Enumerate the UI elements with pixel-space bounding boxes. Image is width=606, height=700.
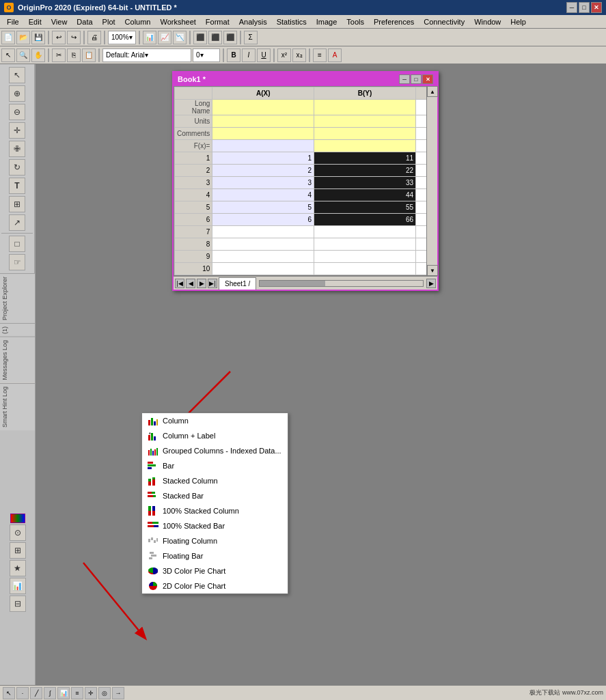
superscript-button[interactable]: x² <box>277 48 291 62</box>
cell-b2[interactable]: 22 <box>314 165 416 177</box>
long-name-a[interactable] <box>212 100 314 115</box>
zoom-in-tool[interactable]: 🔍 <box>16 48 30 62</box>
cell-a3[interactable]: 3 <box>212 177 314 189</box>
color-button[interactable]: A <box>328 48 342 62</box>
arrow-select-icon[interactable]: ↖ <box>9 67 25 83</box>
color-wheel-icon[interactable]: ⊙ <box>10 524 26 541</box>
col-b-header[interactable]: B(Y) <box>314 87 416 100</box>
long-name-b[interactable] <box>314 100 416 115</box>
menu-plot[interactable]: Plot <box>98 16 120 27</box>
menu-file[interactable]: File <box>3 16 23 27</box>
units-b[interactable] <box>314 115 416 128</box>
rect-tool-icon[interactable]: □ <box>9 236 25 252</box>
menu-item-100-stacked-column[interactable]: 100% Stacked Column <box>142 503 288 518</box>
fx-b[interactable] <box>314 140 416 152</box>
zoom-magnify-icon[interactable]: ⊕ <box>9 85 25 102</box>
zoom-out-icon[interactable]: ⊖ <box>9 104 25 120</box>
italic-button[interactable]: I <box>242 48 256 62</box>
menu-worksheet[interactable]: Worksheet <box>156 16 199 27</box>
rotate-icon[interactable]: ↻ <box>9 159 25 176</box>
data-small-icon[interactable]: ⊟ <box>10 596 26 612</box>
menu-format[interactable]: Format <box>202 16 234 27</box>
status-arrow-icon[interactable]: ↖ <box>3 687 15 699</box>
cell-b7[interactable] <box>314 226 416 238</box>
cell-b3[interactable]: 33 <box>314 177 416 189</box>
subscript-button[interactable]: x₂ <box>292 48 306 62</box>
scroll-up-button[interactable]: ▲ <box>427 86 438 97</box>
menu-item-2d-pie[interactable]: 2D Color Pie Chart <box>142 578 288 593</box>
status-arrow2-icon[interactable]: → <box>112 687 124 699</box>
project-explorer-label[interactable]: Project Explorer <box>0 273 35 323</box>
fx-a[interactable] <box>212 140 314 152</box>
paste-button[interactable]: 📋 <box>82 48 96 62</box>
cell-a9[interactable] <box>212 251 314 263</box>
hand-tool[interactable]: ✋ <box>31 48 45 62</box>
graph2-button[interactable]: 📈 <box>158 31 171 44</box>
units-a[interactable] <box>212 115 314 128</box>
sheet-last-button[interactable]: ▶| <box>208 279 217 288</box>
menu-preferences[interactable]: Preferences <box>370 16 418 27</box>
sheet-tab-1[interactable]: Sheet1 / <box>219 277 256 290</box>
font-dropdown[interactable]: Default: Arial▾ <box>102 48 191 62</box>
pan-icon[interactable]: ✙ <box>9 141 25 157</box>
status-cross-icon[interactable]: ✛ <box>85 687 97 699</box>
align-left-button[interactable]: ≡ <box>313 48 327 62</box>
cell-a2[interactable]: 2 <box>212 165 314 177</box>
sheet-first-button[interactable]: |◀ <box>175 279 184 288</box>
book-close-button[interactable]: ✕ <box>422 74 433 84</box>
cell-b10[interactable] <box>314 263 416 275</box>
grid-icon[interactable]: ⊞ <box>10 542 26 559</box>
cut-button[interactable]: ✂ <box>52 48 66 62</box>
cell-a1[interactable]: 1 <box>212 152 314 165</box>
print-button[interactable]: 🖨 <box>87 31 101 44</box>
col-button[interactable]: ⬛ <box>193 31 207 44</box>
open-button[interactable]: 📂 <box>16 31 30 44</box>
sum-button[interactable]: Σ <box>244 31 258 44</box>
close-button[interactable]: ✕ <box>591 2 602 13</box>
smart-hint-label[interactable]: Smart Hint Log <box>0 383 35 430</box>
messages-log-label[interactable]: Messages Log <box>0 337 35 383</box>
cell-b1[interactable]: 11 <box>314 152 416 165</box>
menu-edit[interactable]: Edit <box>25 16 46 27</box>
crosshair-icon[interactable]: ✛ <box>9 122 25 139</box>
menu-item-3d-pie[interactable]: 3D Color Pie Chart <box>142 563 288 578</box>
book-scrollbar[interactable]: ▲ ▼ <box>426 86 437 276</box>
maximize-button[interactable]: □ <box>579 2 590 13</box>
menu-item-floating-bar[interactable]: Floating Bar <box>142 548 288 563</box>
redo-button[interactable]: ↪ <box>67 31 81 44</box>
menu-window[interactable]: Window <box>470 16 505 27</box>
sheet-next-button[interactable]: ▶ <box>197 279 206 288</box>
select-tool[interactable]: ↖ <box>1 48 15 62</box>
status-curve-icon[interactable]: ∫ <box>44 687 56 699</box>
menu-item-floating-column[interactable]: Floating Column <box>142 533 288 548</box>
zoom-dropdown[interactable]: 100%▾ <box>108 31 136 44</box>
menu-statistics[interactable]: Statistics <box>273 16 311 27</box>
menu-view[interactable]: View <box>47 16 72 27</box>
cell-b4[interactable]: 44 <box>314 189 416 201</box>
copy-button[interactable]: ⎘ <box>67 48 81 62</box>
menu-connectivity[interactable]: Connectivity <box>419 16 469 27</box>
status-bar-icon[interactable]: ≡ <box>71 687 83 699</box>
menu-item-grouped-columns[interactable]: Grouped Columns - Indexed Data... <box>142 443 288 458</box>
menu-tools[interactable]: Tools <box>342 16 368 27</box>
book-minimize-button[interactable]: ─ <box>399 74 410 84</box>
fontsize-dropdown[interactable]: 0▾ <box>193 48 220 62</box>
cell-b9[interactable] <box>314 251 416 263</box>
cell-b8[interactable] <box>314 238 416 251</box>
menu-column[interactable]: Column <box>121 16 155 27</box>
menu-item-100-stacked-bar[interactable]: 100% Stacked Bar <box>142 518 288 533</box>
menu-item-column[interactable]: Column <box>142 413 288 428</box>
underline-button[interactable]: U <box>257 48 271 62</box>
status-circle-icon[interactable]: ◎ <box>98 687 111 699</box>
col-a-header[interactable]: A(X) <box>212 87 314 100</box>
graph-button[interactable]: 📊 <box>143 31 156 44</box>
cell-b6[interactable]: 66 <box>314 214 416 226</box>
status-chart-icon[interactable]: 📊 <box>57 687 70 699</box>
menu-item-bar[interactable]: Bar <box>142 458 288 473</box>
scroll-down-button[interactable]: ▼ <box>427 265 438 276</box>
sidebar-label-1[interactable]: (1) <box>0 323 35 337</box>
chart-small-icon[interactable]: 📊 <box>10 578 26 594</box>
status-dot-icon[interactable]: · <box>16 687 29 699</box>
graph3-button[interactable]: 📉 <box>173 31 187 44</box>
save-button[interactable]: 💾 <box>31 31 45 44</box>
